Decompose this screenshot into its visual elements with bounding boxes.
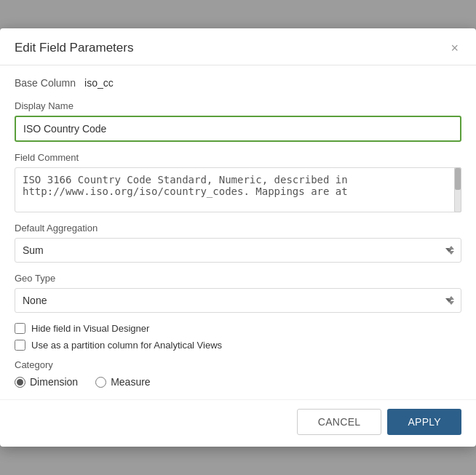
default-aggregation-select-wrapper: Sum Count Average Min Max None xyxy=(15,238,461,263)
modal-body: Base Column iso_cc Display Name Field Co… xyxy=(0,65,476,399)
base-column-row: Base Column iso_cc xyxy=(15,77,461,89)
default-aggregation-select[interactable]: Sum Count Average Min Max None xyxy=(15,238,461,263)
measure-radio[interactable] xyxy=(95,377,106,388)
hide-field-checkbox-group: Hide field in Visual Designer xyxy=(15,323,461,334)
geo-type-group: Geo Type None Country State City Latitud… xyxy=(15,273,461,313)
category-radio-group: Dimension Measure xyxy=(15,376,461,388)
partition-column-checkbox-group: Use as a partition column for Analytical… xyxy=(15,340,461,351)
apply-button[interactable]: APPLY xyxy=(387,409,461,435)
geo-type-select-wrapper: None Country State City Latitude Longitu… xyxy=(15,288,461,313)
textarea-scrollbar-thumb xyxy=(455,168,461,190)
geo-type-label: Geo Type xyxy=(15,273,461,284)
dimension-radio[interactable] xyxy=(15,377,25,388)
edit-field-params-modal: Edit Field Parameters × Base Column iso_… xyxy=(0,28,476,447)
cancel-button[interactable]: CANCEL xyxy=(297,409,382,435)
base-column-value: iso_cc xyxy=(84,77,114,89)
field-comment-textarea[interactable] xyxy=(15,167,461,212)
dimension-radio-label: Dimension xyxy=(30,376,78,388)
display-name-group: Display Name xyxy=(15,100,461,142)
field-comment-wrapper xyxy=(15,167,461,212)
geo-type-select[interactable]: None Country State City Latitude Longitu… xyxy=(15,288,461,313)
hide-field-label[interactable]: Hide field in Visual Designer xyxy=(31,323,149,334)
display-name-label: Display Name xyxy=(15,100,461,111)
partition-column-checkbox[interactable] xyxy=(15,340,25,351)
dimension-radio-option[interactable]: Dimension xyxy=(15,376,78,388)
measure-radio-label: Measure xyxy=(111,376,150,388)
modal-overlay: Edit Field Parameters × Base Column iso_… xyxy=(0,0,476,475)
partition-column-label[interactable]: Use as a partition column for Analytical… xyxy=(31,340,222,351)
default-aggregation-label: Default Aggregation xyxy=(15,223,461,233)
modal-header: Edit Field Parameters × xyxy=(0,28,476,65)
category-section: Category Dimension Measure xyxy=(15,359,461,388)
modal-footer: CANCEL APPLY xyxy=(0,399,476,447)
field-comment-group: Field Comment xyxy=(15,152,461,212)
hide-field-checkbox[interactable] xyxy=(15,323,25,334)
modal-close-button[interactable]: × xyxy=(448,40,461,56)
field-comment-label: Field Comment xyxy=(15,152,461,163)
modal-title: Edit Field Parameters xyxy=(15,41,133,55)
textarea-scrollbar xyxy=(454,167,461,212)
category-label: Category xyxy=(15,359,461,370)
measure-radio-option[interactable]: Measure xyxy=(95,376,150,388)
default-aggregation-group: Default Aggregation Sum Count Average Mi… xyxy=(15,223,461,263)
base-column-label: Base Column xyxy=(15,77,76,89)
display-name-input[interactable] xyxy=(15,116,461,142)
